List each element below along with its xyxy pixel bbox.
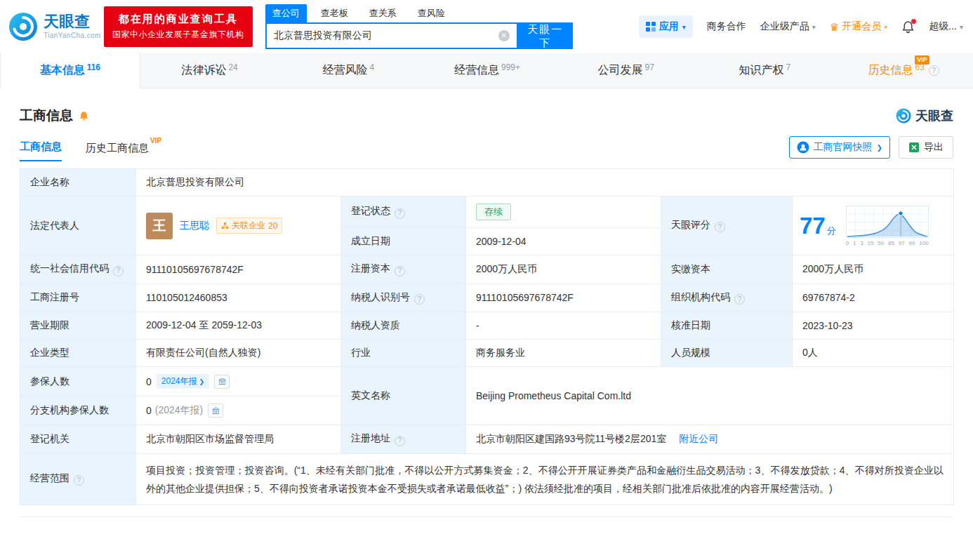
establish-date-label: 成立日期 — [341, 228, 466, 255]
section-header: 工商信息 天眼查 — [20, 107, 953, 125]
tianyancha-logo[interactable]: 天眼查 TianYanCha.com — [8, 12, 101, 41]
menu-enterprise-products[interactable]: 企业级产品 ▾ — [760, 20, 816, 33]
clear-search-icon[interactable]: ✕ — [498, 30, 510, 41]
score-number: 77分 — [800, 214, 836, 237]
tab-count: 116 — [87, 62, 100, 72]
search-tab-company[interactable]: 查公司 — [265, 4, 307, 22]
table-row: 企业名称 北京普思投资有限公司 — [20, 169, 954, 196]
subtab-history-business-info[interactable]: 历史工商信息 VIP — [86, 142, 149, 161]
reg-authority-value: 北京市朝阳区市场监督管理局 — [136, 425, 341, 454]
help-icon[interactable]: ? — [74, 475, 84, 486]
tianyancha-logo-icon — [8, 12, 38, 41]
annual-report-badge[interactable]: 2024年报 ❯ — [157, 374, 209, 389]
tab-company-development[interactable]: 公司发展 97 — [557, 53, 696, 88]
tab-basic-info[interactable]: 基本信息 116 — [0, 53, 140, 88]
apps-grid-icon — [646, 22, 656, 32]
social-security-icon[interactable] — [214, 375, 230, 389]
tab-intellectual-property[interactable]: 知识产权 7 — [696, 53, 835, 88]
search-tab-risk[interactable]: 查风险 — [411, 4, 452, 22]
menu-open-vip[interactable]: ♛ 开通会员 ▾ — [830, 20, 887, 33]
table-row: 工商注册号 110105012460853 纳税人识别号? 9111010569… — [20, 284, 954, 312]
menu-cooperation-label: 商务合作 — [707, 20, 746, 33]
official-snapshot-button[interactable]: 工商官网快照 ❯ — [789, 136, 890, 159]
company-nav-tabs: 基本信息 116 法律诉讼 24 经营风险 4 经营信息 999+ 公司发展 9… — [0, 53, 973, 88]
legal-rep-avatar[interactable]: 王 — [146, 213, 173, 239]
reg-capital-value: 2000万人民币 — [466, 255, 661, 284]
tab-business-info[interactable]: 经营信息 999+ — [418, 53, 557, 88]
menu-vip-label: 开通会员 — [842, 20, 881, 33]
tab-label: 法律诉讼 — [181, 63, 226, 78]
search-box: ✕ — [265, 22, 518, 49]
business-info-table: 企业名称 北京普思投资有限公司 法定代表人 王 王思聪 关联企业 — [20, 168, 954, 505]
search-tab-boss[interactable]: 查老板 — [314, 4, 355, 22]
subtab-business-info[interactable]: 工商信息 — [20, 140, 62, 161]
tianyancha-logo-icon — [896, 108, 911, 124]
subtab-label: 历史工商信息 — [86, 142, 149, 154]
tab-legal-proceedings[interactable]: 法律诉讼 24 — [140, 53, 279, 88]
notifications-bell[interactable] — [901, 20, 915, 34]
score-chart: 01 315 5085 9799 100 — [846, 206, 929, 246]
status-badge: 存续 — [476, 204, 511, 220]
english-name-value: Beijing Prometheus Capital Com.ltd — [466, 367, 954, 425]
taxpayer-id-value: 91110105697678742F — [466, 284, 661, 312]
paid-capital-label: 实缴资本 — [661, 255, 793, 284]
credit-code-value: 91110105697678742F — [136, 255, 341, 284]
help-icon[interactable]: ? — [395, 266, 405, 276]
logo-subtitle: TianYanCha.com — [44, 32, 101, 39]
tab-count: 999+ — [501, 62, 520, 72]
tab-label: 公司发展 — [598, 63, 643, 78]
legal-rep-link[interactable]: 王思聪 — [180, 220, 209, 232]
tab-count: 7 — [786, 62, 791, 72]
related-companies-count: 20 — [268, 221, 277, 231]
score-value[interactable]: 77分 — [793, 196, 954, 255]
help-icon[interactable]: ? — [929, 65, 939, 76]
staff-size-label: 人员规模 — [661, 340, 793, 367]
help-icon[interactable]: ? — [734, 294, 745, 305]
chevron-right-icon: ❯ — [877, 144, 882, 152]
table-row: 营业期限 2009-12-04 至 2059-12-03 纳税人资质 - 核准日… — [20, 312, 954, 340]
chevron-down-icon: ▾ — [812, 23, 816, 31]
taxpayer-quality-label: 纳税人资质 — [341, 312, 466, 340]
reg-status-value: 存续 — [466, 196, 661, 228]
excel-icon — [908, 142, 920, 153]
export-button[interactable]: 导出 — [899, 136, 953, 159]
table-row: 统一社会信用代码? 91110105697678742F 注册资本? 2000万… — [20, 255, 954, 284]
logo-title: 天眼查 — [44, 14, 101, 29]
reg-capital-label: 注册资本? — [341, 255, 466, 284]
nearby-companies-link[interactable]: 附近公司 — [679, 433, 718, 444]
social-security-icon[interactable] — [208, 404, 223, 418]
tab-count: 97 — [645, 62, 654, 72]
search-area: 查公司 查老板 查关系 查风险 ✕ 天眼一下 — [265, 4, 573, 49]
help-icon[interactable]: ? — [414, 294, 425, 305]
apps-label: 应用 — [659, 20, 679, 33]
search-input[interactable] — [267, 30, 517, 41]
related-companies-badge[interactable]: 关联企业 20 — [216, 218, 282, 234]
taxpayer-id-label: 纳税人识别号? — [341, 284, 466, 312]
crown-icon: ♛ — [830, 22, 839, 32]
tab-label: 知识产权 — [739, 63, 784, 78]
search-tab-relation[interactable]: 查关系 — [362, 4, 404, 22]
search-button[interactable]: 天眼一下 — [518, 22, 573, 49]
tab-operation-risk[interactable]: 经营风险 4 — [279, 53, 418, 88]
reg-address-value: 北京市朝阳区建国路93号院11号楼2层201室 附近公司 — [466, 425, 954, 454]
watermark-logo: 天眼查 — [896, 107, 953, 124]
help-icon[interactable]: ? — [395, 208, 405, 219]
tab-history-info[interactable]: VIP 历史信息 63 ? — [834, 53, 973, 88]
user-menu[interactable]: 超级... ▾ — [929, 20, 963, 33]
approval-date-label: 核准日期 — [661, 312, 793, 340]
reg-address-label: 注册地址? — [341, 425, 466, 454]
help-icon[interactable]: ? — [715, 222, 725, 232]
establish-date-value: 2009-12-04 — [466, 228, 661, 255]
notification-dot — [911, 19, 916, 24]
menu-business-cooperation[interactable]: 商务合作 — [707, 20, 746, 33]
legal-rep-value: 王 王思聪 关联企业 20 — [136, 196, 341, 255]
tab-label: 经营风险 — [322, 63, 367, 78]
apps-menu[interactable]: 应用 ▾ — [639, 15, 693, 38]
branch-insured-label: 分支机构参保人数 — [20, 396, 136, 425]
help-icon[interactable]: ? — [113, 266, 124, 276]
tab-count: 63 — [915, 62, 924, 72]
subscribe-bell-icon[interactable] — [79, 111, 89, 121]
help-icon[interactable]: ? — [395, 436, 405, 446]
legal-rep-label: 法定代表人 — [20, 196, 136, 255]
chevron-down-icon: ▾ — [960, 23, 963, 31]
